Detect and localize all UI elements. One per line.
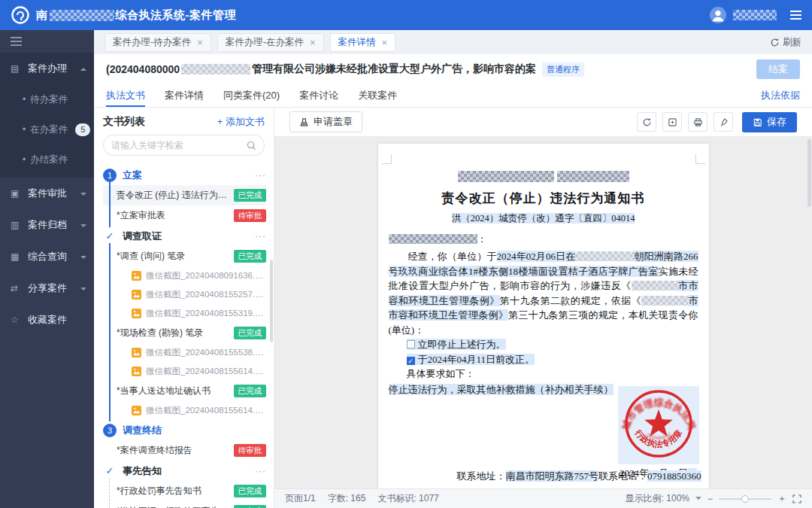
more-icon[interactable]: ··· [255, 231, 266, 242]
scrollbar-thumb[interactable] [270, 260, 273, 342]
scrollbar-thumb[interactable] [807, 139, 811, 207]
subtab[interactable]: 案件讨论 [299, 84, 338, 107]
app-logo-icon [11, 5, 30, 25]
doc-item[interactable]: *立案审批表待审批 [103, 205, 266, 226]
status-badge: 已完成 [234, 327, 267, 339]
case-title-bar: (202404080000管理有限公司涉嫌未经批准设置大型户外广告，影响市容的案… [94, 54, 812, 84]
stage-label: 事先告知 [123, 464, 255, 478]
sidebar-collapse-icon[interactable] [11, 41, 22, 42]
doc-item[interactable]: *当事人送达地址确认书已完成 [103, 381, 266, 401]
redacted-text [641, 296, 688, 306]
doc-stage-group: 3调查终结*案件调查终结报告待审批 [103, 420, 266, 461]
status-badge: 已完成 [234, 385, 267, 397]
sidebar-item[interactable]: ☆收藏案件 [0, 304, 94, 336]
refresh-label: 刷新 [783, 36, 801, 49]
reload-doc-button[interactable] [637, 112, 656, 132]
law-basis-link[interactable]: 执法依据 [761, 89, 800, 102]
margin-corner-mark [695, 154, 705, 164]
tab-item[interactable]: 案件办理-在办案件× [217, 33, 324, 52]
request-seal-button[interactable]: 申请盖章 [289, 111, 362, 132]
bullet-icon: • [23, 94, 26, 105]
edit-pin-button[interactable] [714, 112, 733, 132]
preview-canvas: 责令改正（停止）违法行为通知书 洪（2024）城责停（改）通字〔直四〕04014… [274, 136, 812, 488]
doc-stage-header[interactable]: ✓事先告知··· [103, 461, 266, 481]
doc-item[interactable]: *送达回证（行政处罚事先告知书）已完成 [103, 501, 266, 508]
zoom-value: 100% [666, 493, 689, 503]
checkbox-checked[interactable]: ✓ [407, 357, 415, 365]
sidebar-item-label: 案件归档 [28, 218, 80, 232]
doc-search-input[interactable] [111, 140, 247, 151]
field-highlight: ✓于2024年04月11日前改正。 [407, 354, 535, 365]
case-approve-icon: ▣ [11, 188, 23, 199]
sidebar-item[interactable]: ▥案件归档 [0, 209, 94, 241]
tab-item[interactable]: 案件办理-待办案件× [105, 33, 211, 52]
zoom-out-button[interactable]: − [707, 494, 713, 504]
sidebar-subitem[interactable]: •待办案件 [0, 84, 94, 114]
doc-item-label: *行政处罚事先告知书 [117, 485, 229, 497]
more-icon[interactable]: ··· [255, 170, 266, 181]
doc-item[interactable]: *现场检查 (勘验) 笔录已完成 [103, 323, 266, 343]
attachment-item[interactable]: 微信截图_20240408155257.png [103, 285, 266, 304]
doc-item[interactable]: *行政处罚事先告知书已完成 [103, 481, 266, 501]
page-indicator: 页面1/1 [285, 492, 316, 505]
attachment-item[interactable]: 微信截图_20240408091636.png [103, 266, 266, 285]
attachment-item[interactable]: 微信截图_20240408155614.png [103, 362, 266, 381]
doc-stage-header[interactable]: ✓调查取证··· [103, 226, 266, 246]
menu-icon[interactable] [790, 14, 801, 16]
progress-rail [109, 181, 111, 227]
attachment-item[interactable]: 微信截图_20240408155538.png [103, 343, 266, 362]
stage-check-icon: ✓ [103, 230, 117, 243]
tab-item[interactable]: 案件详情× [330, 33, 396, 52]
search-icon[interactable] [247, 141, 256, 151]
doc-stage-header[interactable]: 1立案··· [103, 165, 266, 185]
attachment-item[interactable]: 微信截图_20240408155614.png [103, 401, 266, 420]
export-doc-button[interactable] [662, 112, 682, 132]
subtab[interactable]: 执法文书 [106, 84, 145, 107]
close-icon[interactable]: × [310, 37, 316, 48]
attachment-name: 微信截图_20240408155614.png [146, 405, 266, 416]
zoom-label: 显示比例: 100% [626, 492, 689, 505]
refresh-button[interactable]: 刷新 [770, 36, 801, 49]
sidebar-item[interactable]: ⇄分享案件 [0, 272, 94, 304]
doc-text: 2024年04月11日 [428, 354, 496, 365]
attachment-item[interactable]: 微信截图_20240408155319.png [103, 304, 266, 323]
stage-label: 调查取证 [123, 230, 255, 243]
more-icon[interactable]: ··· [255, 466, 266, 476]
checkbox-unchecked[interactable] [407, 340, 415, 348]
progress-rail [109, 242, 111, 421]
stage-number-badge: 3 [103, 424, 117, 437]
doc-item[interactable]: 责令改正 (停止) 违法行为通知书已完成 [103, 185, 266, 205]
doc-item[interactable]: *调查 (询问) 笔录已完成 [103, 246, 266, 266]
chevron-down-icon [80, 222, 86, 229]
sidebar-item[interactable]: ▤案件办理 [0, 53, 94, 84]
close-icon[interactable]: × [382, 37, 388, 48]
save-button[interactable]: 保存 [742, 112, 797, 132]
tab-label: 案件办理-在办案件 [226, 36, 304, 49]
sidebar-subitem[interactable]: •在办案件5 [0, 114, 94, 144]
doc-checkbox-section: 立即停止上述行为。✓于2024年04月11日前改正。 [389, 337, 698, 367]
doc-item[interactable]: *案件调查终结报告待审批 [103, 440, 266, 461]
print-button[interactable] [688, 112, 707, 132]
attachment-name: 微信截图_20240408155257.png [146, 289, 266, 300]
fullscreen-button[interactable] [792, 494, 801, 503]
doc-text: 于 [418, 354, 428, 365]
preview-toolbar: 申请盖章 保存 [274, 108, 812, 136]
close-icon[interactable]: × [197, 37, 203, 48]
subtab[interactable]: 关联案件 [358, 84, 397, 107]
zoom-slider[interactable] [719, 498, 771, 500]
close-case-button[interactable]: 结案 [756, 59, 800, 79]
zoom-in-button[interactable]: ＋ [777, 492, 786, 505]
user-avatar[interactable] [709, 6, 727, 24]
request-seal-label: 申请盖章 [314, 115, 353, 129]
chevron-down-icon[interactable] [695, 496, 701, 502]
sidebar-item[interactable]: ▣案件审批 [0, 178, 94, 209]
seal-image: 城市管理综合执法局 行政执法专用章 0000000000000 [620, 388, 698, 460]
subtab[interactable]: 案件详情 [165, 84, 204, 107]
subtab[interactable]: 同类案件(20) [223, 84, 280, 107]
sidebar-item[interactable]: ▦综合查询 [0, 241, 94, 272]
add-document-button[interactable]: + 添加文书 [217, 115, 265, 129]
sidebar-subitem[interactable]: •办结案件 [0, 144, 94, 175]
doc-stage-header[interactable]: 3调查终结 [103, 420, 266, 440]
doc-org-redacted [389, 171, 698, 184]
zoom-slider-knob[interactable] [741, 495, 749, 503]
